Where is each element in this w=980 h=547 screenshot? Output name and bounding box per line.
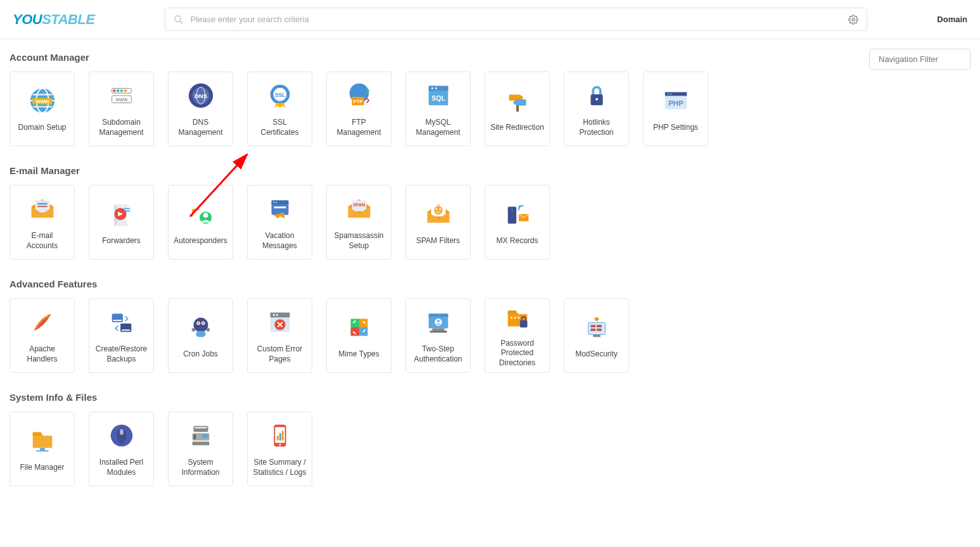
domain-setup-icon: WWW bbox=[27, 85, 58, 116]
mx-records-icon bbox=[502, 198, 533, 230]
file-manager-icon bbox=[27, 425, 58, 456]
search-input[interactable] bbox=[165, 8, 868, 31]
svg-point-55 bbox=[439, 208, 441, 210]
svg-rect-103 bbox=[193, 434, 196, 439]
tile-label: System Information bbox=[174, 458, 227, 477]
svg-point-111 bbox=[279, 444, 281, 446]
forwarders-icon bbox=[106, 198, 137, 230]
two-step-icon bbox=[423, 306, 454, 338]
svg-rect-35 bbox=[670, 94, 672, 95]
svg-rect-8 bbox=[113, 90, 115, 92]
svg-rect-83 bbox=[432, 329, 444, 331]
tile-label: E-mail Accounts bbox=[15, 231, 69, 251]
tile-spam-filters[interactable]: SPAM Filters bbox=[405, 185, 471, 260]
tile-label: Cron Jobs bbox=[183, 349, 218, 360]
tile-spamassassin[interactable]: SPAM Spamassassin Setup bbox=[326, 185, 391, 260]
svg-rect-109 bbox=[279, 434, 281, 441]
tile-site-redirection[interactable]: Site Redirection bbox=[485, 72, 550, 146]
tile-label: Forwarders bbox=[102, 236, 141, 246]
spamassassin-icon: SPAM bbox=[343, 193, 375, 225]
search-wrap bbox=[165, 8, 868, 31]
tile-email-accounts[interactable]: E-mail Accounts bbox=[10, 185, 75, 260]
svg-rect-61 bbox=[113, 320, 121, 322]
tile-autoresponders[interactable]: Autoresponders bbox=[168, 185, 233, 260]
tile-mime-types[interactable]: Mime Types bbox=[326, 298, 391, 373]
tile-ssl-certificates[interactable]: SSL SSL Certificates bbox=[247, 72, 312, 146]
tile-label: Vacation Messages bbox=[253, 231, 307, 251]
svg-point-88 bbox=[510, 317, 512, 318]
svg-point-99 bbox=[120, 429, 124, 436]
svg-point-74 bbox=[272, 314, 274, 316]
tile-label: File Manager bbox=[20, 463, 64, 473]
tile-vacation-messages[interactable]: Vacation Messages bbox=[247, 185, 312, 260]
grid: Apache Handlers Create/Restore Backups C… bbox=[10, 298, 970, 373]
tile-php-settings[interactable]: PHP PHP Settings bbox=[643, 72, 708, 146]
tile-label: Site Summary / Statistics / Logs bbox=[253, 458, 307, 477]
svg-rect-87 bbox=[507, 310, 516, 314]
svg-point-90 bbox=[518, 317, 519, 318]
svg-point-26 bbox=[431, 87, 433, 89]
topbar: YOUSTABLE Domain bbox=[0, 0, 980, 39]
svg-rect-95 bbox=[32, 432, 41, 436]
section-title: E-mail Manager bbox=[10, 165, 970, 176]
modsecurity-icon bbox=[581, 311, 613, 343]
navigation-filter-input[interactable] bbox=[869, 49, 970, 70]
tile-file-manager[interactable]: File Manager bbox=[10, 412, 75, 486]
svg-rect-94 bbox=[593, 335, 601, 337]
tile-two-step-auth[interactable]: Two-Step Authentication bbox=[405, 298, 471, 373]
tile-apache-handlers[interactable]: Apache Handlers bbox=[10, 298, 75, 373]
tile-system-information[interactable]: System Information bbox=[168, 412, 233, 486]
error-pages-icon bbox=[264, 306, 296, 338]
svg-rect-63 bbox=[122, 330, 130, 331]
svg-rect-100 bbox=[193, 426, 208, 432]
section-title: System Info & Files bbox=[10, 392, 970, 403]
section-email-manager: E-mail Manager E-mail Accounts Forwarder… bbox=[10, 165, 970, 260]
php-icon: PHP bbox=[660, 85, 692, 116]
tile-forwarders[interactable]: Forwarders bbox=[89, 185, 154, 260]
tile-label: Apache Handlers bbox=[15, 344, 69, 364]
svg-point-89 bbox=[514, 317, 516, 318]
svg-line-1 bbox=[180, 21, 182, 23]
tile-label: Installed Perl Modules bbox=[94, 458, 148, 477]
svg-rect-78 bbox=[359, 319, 367, 327]
tile-label: Site Redirection bbox=[490, 123, 544, 133]
tile-create-restore-backups[interactable]: Create/Restore Backups bbox=[89, 298, 154, 373]
svg-rect-38 bbox=[37, 203, 47, 205]
svg-point-75 bbox=[276, 314, 277, 316]
tile-ftp-management[interactable]: FTP FTP Management bbox=[326, 72, 391, 146]
tile-cron-jobs[interactable]: Cron Jobs bbox=[168, 298, 233, 373]
tile-label: PHP Settings bbox=[653, 123, 698, 133]
tile-dns-management[interactable]: DNS DNS Management bbox=[168, 72, 233, 146]
mime-icon bbox=[343, 311, 375, 343]
mysql-icon: SQL bbox=[423, 80, 454, 111]
tile-label: Subdomain Management bbox=[94, 118, 148, 137]
statistics-icon bbox=[264, 420, 296, 451]
svg-text:PHP: PHP bbox=[668, 99, 684, 107]
svg-rect-41 bbox=[124, 208, 130, 210]
svg-point-44 bbox=[203, 213, 208, 218]
tile-domain-setup[interactable]: WWW Domain Setup bbox=[10, 72, 75, 146]
nav-filter-wrap bbox=[869, 49, 970, 70]
tile-site-summary[interactable]: Site Summary / Statistics / Logs bbox=[247, 412, 312, 486]
tile-mx-records[interactable]: MX Records bbox=[485, 185, 550, 260]
tile-perl-modules[interactable]: Installed Perl Modules bbox=[89, 412, 154, 486]
content: Account Manager WWW Domain Setup WWW. Su… bbox=[0, 39, 980, 531]
tile-mysql-management[interactable]: SQL MySQL Management bbox=[405, 72, 471, 146]
svg-rect-108 bbox=[277, 436, 279, 441]
tile-modsecurity[interactable]: ModSecurity bbox=[564, 298, 629, 373]
logo[interactable]: YOUSTABLE bbox=[13, 11, 95, 28]
gear-icon[interactable] bbox=[848, 15, 858, 25]
svg-point-57 bbox=[511, 209, 512, 210]
ftp-icon: FTP bbox=[343, 80, 375, 111]
svg-point-2 bbox=[852, 18, 855, 21]
tile-hotlinks-protection[interactable]: Hotlinks Protection bbox=[564, 72, 629, 146]
tile-subdomain-management[interactable]: WWW. Subdomain Management bbox=[89, 72, 154, 146]
vacation-icon bbox=[264, 193, 296, 225]
grid: File Manager Installed Perl Modules Syst… bbox=[10, 412, 970, 486]
tile-password-protected[interactable]: Password Protected Directories bbox=[485, 298, 550, 373]
svg-rect-10 bbox=[120, 90, 123, 92]
domain-link[interactable]: Domain bbox=[937, 15, 967, 24]
tile-custom-error-pages[interactable]: Custom Error Pages bbox=[247, 298, 312, 373]
svg-point-47 bbox=[273, 202, 274, 203]
svg-point-71 bbox=[206, 328, 210, 332]
